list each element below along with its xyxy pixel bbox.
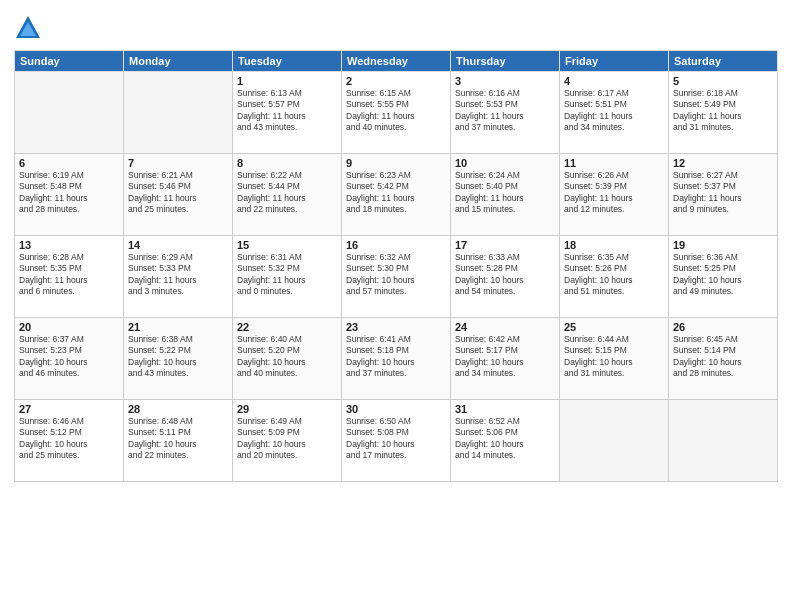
day-number: 26 bbox=[673, 321, 773, 333]
day-number: 30 bbox=[346, 403, 446, 415]
calendar: SundayMondayTuesdayWednesdayThursdayFrid… bbox=[14, 50, 778, 482]
calendar-cell: 22Sunrise: 6:40 AM Sunset: 5:20 PM Dayli… bbox=[233, 318, 342, 400]
day-info: Sunrise: 6:38 AM Sunset: 5:22 PM Dayligh… bbox=[128, 334, 228, 380]
calendar-cell: 16Sunrise: 6:32 AM Sunset: 5:30 PM Dayli… bbox=[342, 236, 451, 318]
day-info: Sunrise: 6:42 AM Sunset: 5:17 PM Dayligh… bbox=[455, 334, 555, 380]
day-number: 1 bbox=[237, 75, 337, 87]
day-number: 31 bbox=[455, 403, 555, 415]
calendar-cell bbox=[669, 400, 778, 482]
calendar-cell: 30Sunrise: 6:50 AM Sunset: 5:08 PM Dayli… bbox=[342, 400, 451, 482]
calendar-cell: 15Sunrise: 6:31 AM Sunset: 5:32 PM Dayli… bbox=[233, 236, 342, 318]
day-info: Sunrise: 6:52 AM Sunset: 5:06 PM Dayligh… bbox=[455, 416, 555, 462]
day-number: 28 bbox=[128, 403, 228, 415]
day-info: Sunrise: 6:24 AM Sunset: 5:40 PM Dayligh… bbox=[455, 170, 555, 216]
day-info: Sunrise: 6:32 AM Sunset: 5:30 PM Dayligh… bbox=[346, 252, 446, 298]
calendar-cell bbox=[560, 400, 669, 482]
page: SundayMondayTuesdayWednesdayThursdayFrid… bbox=[0, 0, 792, 612]
day-number: 16 bbox=[346, 239, 446, 251]
day-info: Sunrise: 6:40 AM Sunset: 5:20 PM Dayligh… bbox=[237, 334, 337, 380]
day-number: 2 bbox=[346, 75, 446, 87]
day-info: Sunrise: 6:33 AM Sunset: 5:28 PM Dayligh… bbox=[455, 252, 555, 298]
day-info: Sunrise: 6:50 AM Sunset: 5:08 PM Dayligh… bbox=[346, 416, 446, 462]
calendar-cell: 13Sunrise: 6:28 AM Sunset: 5:35 PM Dayli… bbox=[15, 236, 124, 318]
calendar-cell: 24Sunrise: 6:42 AM Sunset: 5:17 PM Dayli… bbox=[451, 318, 560, 400]
day-number: 12 bbox=[673, 157, 773, 169]
day-number: 13 bbox=[19, 239, 119, 251]
calendar-cell: 25Sunrise: 6:44 AM Sunset: 5:15 PM Dayli… bbox=[560, 318, 669, 400]
day-number: 19 bbox=[673, 239, 773, 251]
calendar-cell: 5Sunrise: 6:18 AM Sunset: 5:49 PM Daylig… bbox=[669, 72, 778, 154]
day-number: 10 bbox=[455, 157, 555, 169]
day-number: 3 bbox=[455, 75, 555, 87]
week-row-2: 6Sunrise: 6:19 AM Sunset: 5:48 PM Daylig… bbox=[15, 154, 778, 236]
day-info: Sunrise: 6:22 AM Sunset: 5:44 PM Dayligh… bbox=[237, 170, 337, 216]
weekday-header-wednesday: Wednesday bbox=[342, 51, 451, 72]
weekday-header-monday: Monday bbox=[124, 51, 233, 72]
weekday-header-saturday: Saturday bbox=[669, 51, 778, 72]
calendar-cell: 28Sunrise: 6:48 AM Sunset: 5:11 PM Dayli… bbox=[124, 400, 233, 482]
day-number: 29 bbox=[237, 403, 337, 415]
day-number: 11 bbox=[564, 157, 664, 169]
day-number: 23 bbox=[346, 321, 446, 333]
calendar-cell: 18Sunrise: 6:35 AM Sunset: 5:26 PM Dayli… bbox=[560, 236, 669, 318]
day-number: 5 bbox=[673, 75, 773, 87]
calendar-cell: 27Sunrise: 6:46 AM Sunset: 5:12 PM Dayli… bbox=[15, 400, 124, 482]
calendar-cell: 8Sunrise: 6:22 AM Sunset: 5:44 PM Daylig… bbox=[233, 154, 342, 236]
day-info: Sunrise: 6:49 AM Sunset: 5:09 PM Dayligh… bbox=[237, 416, 337, 462]
calendar-cell: 12Sunrise: 6:27 AM Sunset: 5:37 PM Dayli… bbox=[669, 154, 778, 236]
day-info: Sunrise: 6:16 AM Sunset: 5:53 PM Dayligh… bbox=[455, 88, 555, 134]
day-info: Sunrise: 6:28 AM Sunset: 5:35 PM Dayligh… bbox=[19, 252, 119, 298]
day-number: 4 bbox=[564, 75, 664, 87]
calendar-cell: 29Sunrise: 6:49 AM Sunset: 5:09 PM Dayli… bbox=[233, 400, 342, 482]
week-row-1: 1Sunrise: 6:13 AM Sunset: 5:57 PM Daylig… bbox=[15, 72, 778, 154]
day-number: 18 bbox=[564, 239, 664, 251]
day-info: Sunrise: 6:15 AM Sunset: 5:55 PM Dayligh… bbox=[346, 88, 446, 134]
day-number: 7 bbox=[128, 157, 228, 169]
calendar-cell: 17Sunrise: 6:33 AM Sunset: 5:28 PM Dayli… bbox=[451, 236, 560, 318]
calendar-cell bbox=[124, 72, 233, 154]
calendar-cell: 2Sunrise: 6:15 AM Sunset: 5:55 PM Daylig… bbox=[342, 72, 451, 154]
weekday-header-friday: Friday bbox=[560, 51, 669, 72]
day-number: 17 bbox=[455, 239, 555, 251]
week-row-4: 20Sunrise: 6:37 AM Sunset: 5:23 PM Dayli… bbox=[15, 318, 778, 400]
day-info: Sunrise: 6:26 AM Sunset: 5:39 PM Dayligh… bbox=[564, 170, 664, 216]
day-number: 6 bbox=[19, 157, 119, 169]
weekday-header-row: SundayMondayTuesdayWednesdayThursdayFrid… bbox=[15, 51, 778, 72]
header bbox=[14, 10, 778, 42]
day-info: Sunrise: 6:35 AM Sunset: 5:26 PM Dayligh… bbox=[564, 252, 664, 298]
logo bbox=[14, 14, 46, 42]
day-info: Sunrise: 6:23 AM Sunset: 5:42 PM Dayligh… bbox=[346, 170, 446, 216]
calendar-cell: 4Sunrise: 6:17 AM Sunset: 5:51 PM Daylig… bbox=[560, 72, 669, 154]
day-info: Sunrise: 6:17 AM Sunset: 5:51 PM Dayligh… bbox=[564, 88, 664, 134]
week-row-3: 13Sunrise: 6:28 AM Sunset: 5:35 PM Dayli… bbox=[15, 236, 778, 318]
day-info: Sunrise: 6:13 AM Sunset: 5:57 PM Dayligh… bbox=[237, 88, 337, 134]
calendar-cell: 9Sunrise: 6:23 AM Sunset: 5:42 PM Daylig… bbox=[342, 154, 451, 236]
day-info: Sunrise: 6:46 AM Sunset: 5:12 PM Dayligh… bbox=[19, 416, 119, 462]
calendar-cell: 23Sunrise: 6:41 AM Sunset: 5:18 PM Dayli… bbox=[342, 318, 451, 400]
calendar-cell: 21Sunrise: 6:38 AM Sunset: 5:22 PM Dayli… bbox=[124, 318, 233, 400]
calendar-cell: 19Sunrise: 6:36 AM Sunset: 5:25 PM Dayli… bbox=[669, 236, 778, 318]
calendar-cell: 1Sunrise: 6:13 AM Sunset: 5:57 PM Daylig… bbox=[233, 72, 342, 154]
day-info: Sunrise: 6:31 AM Sunset: 5:32 PM Dayligh… bbox=[237, 252, 337, 298]
day-info: Sunrise: 6:41 AM Sunset: 5:18 PM Dayligh… bbox=[346, 334, 446, 380]
day-number: 14 bbox=[128, 239, 228, 251]
day-number: 22 bbox=[237, 321, 337, 333]
calendar-cell: 20Sunrise: 6:37 AM Sunset: 5:23 PM Dayli… bbox=[15, 318, 124, 400]
day-number: 21 bbox=[128, 321, 228, 333]
calendar-cell bbox=[15, 72, 124, 154]
calendar-cell: 31Sunrise: 6:52 AM Sunset: 5:06 PM Dayli… bbox=[451, 400, 560, 482]
day-info: Sunrise: 6:29 AM Sunset: 5:33 PM Dayligh… bbox=[128, 252, 228, 298]
day-info: Sunrise: 6:18 AM Sunset: 5:49 PM Dayligh… bbox=[673, 88, 773, 134]
day-info: Sunrise: 6:44 AM Sunset: 5:15 PM Dayligh… bbox=[564, 334, 664, 380]
day-number: 24 bbox=[455, 321, 555, 333]
weekday-header-tuesday: Tuesday bbox=[233, 51, 342, 72]
week-row-5: 27Sunrise: 6:46 AM Sunset: 5:12 PM Dayli… bbox=[15, 400, 778, 482]
calendar-cell: 11Sunrise: 6:26 AM Sunset: 5:39 PM Dayli… bbox=[560, 154, 669, 236]
calendar-cell: 14Sunrise: 6:29 AM Sunset: 5:33 PM Dayli… bbox=[124, 236, 233, 318]
day-number: 8 bbox=[237, 157, 337, 169]
weekday-header-sunday: Sunday bbox=[15, 51, 124, 72]
day-info: Sunrise: 6:27 AM Sunset: 5:37 PM Dayligh… bbox=[673, 170, 773, 216]
day-info: Sunrise: 6:19 AM Sunset: 5:48 PM Dayligh… bbox=[19, 170, 119, 216]
calendar-cell: 6Sunrise: 6:19 AM Sunset: 5:48 PM Daylig… bbox=[15, 154, 124, 236]
day-info: Sunrise: 6:21 AM Sunset: 5:46 PM Dayligh… bbox=[128, 170, 228, 216]
